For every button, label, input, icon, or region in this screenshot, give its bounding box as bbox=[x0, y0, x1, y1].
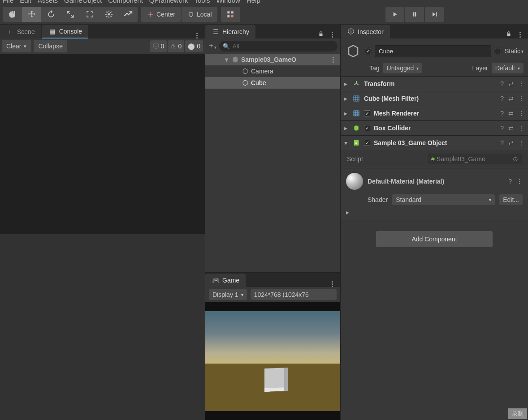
component-header[interactable]: ▸ Cube (Mesh Filter) ?⇄⋮ bbox=[341, 91, 528, 106]
renderer-icon bbox=[352, 109, 360, 117]
space-label: Local bbox=[197, 11, 212, 18]
scale-tool[interactable] bbox=[61, 7, 80, 22]
menu-icon[interactable]: ⋮ bbox=[518, 124, 524, 132]
fold-icon[interactable]: ▸ bbox=[344, 95, 349, 102]
fold-icon[interactable]: ▸ bbox=[344, 124, 349, 132]
rect-tool[interactable] bbox=[80, 7, 99, 22]
tree-item-cube[interactable]: Cube bbox=[205, 77, 340, 89]
preset-icon[interactable]: ⇄ bbox=[508, 110, 514, 117]
shader-dropdown[interactable]: Standard▾ bbox=[392, 194, 495, 205]
component-enabled-checkbox[interactable] bbox=[364, 125, 370, 131]
menu-window[interactable]: Window bbox=[216, 0, 240, 4]
step-button[interactable] bbox=[425, 7, 444, 22]
menu-assets[interactable]: Assets bbox=[38, 0, 58, 4]
console-clear[interactable]: Clear bbox=[2, 40, 31, 52]
console-warn-count[interactable]: ⚠0 bbox=[168, 40, 184, 52]
fold-icon[interactable]: ▸ bbox=[344, 110, 349, 117]
menu-icon[interactable]: ⋮ bbox=[518, 139, 524, 146]
help-icon[interactable]: ? bbox=[500, 110, 504, 117]
console-collapse[interactable]: Collapse bbox=[34, 40, 67, 52]
help-icon[interactable]: ? bbox=[500, 95, 504, 102]
menu-file[interactable]: File bbox=[3, 0, 13, 4]
preset-icon[interactable]: ⇄ bbox=[508, 95, 514, 102]
hand-tool[interactable] bbox=[3, 7, 22, 22]
pivot-toggle[interactable]: Center bbox=[141, 7, 181, 22]
static-checkbox[interactable] bbox=[495, 48, 501, 54]
display-dropdown[interactable]: Display 1▾ bbox=[209, 289, 247, 300]
game-context-menu[interactable] bbox=[328, 281, 337, 287]
preset-icon[interactable]: ⇄ bbox=[508, 139, 514, 146]
menu-icon[interactable]: ⋮ bbox=[518, 80, 524, 87]
scene-menu[interactable] bbox=[329, 57, 338, 63]
console-context-menu[interactable] bbox=[192, 33, 201, 39]
edit-button[interactable]: Edit... bbox=[499, 194, 523, 205]
tab-game[interactable]: 🎮 Game bbox=[205, 274, 246, 287]
layer-dropdown[interactable]: Default▾ bbox=[492, 63, 524, 73]
preset-icon[interactable]: ⇄ bbox=[508, 80, 514, 87]
transform-tool[interactable] bbox=[99, 7, 118, 22]
preset-icon[interactable]: ⇄ bbox=[508, 124, 514, 132]
menu-qframework[interactable]: QFramework bbox=[149, 0, 188, 4]
fold-icon[interactable]: ▾ bbox=[344, 139, 349, 146]
lock-icon[interactable] bbox=[318, 31, 324, 39]
object-name-input[interactable] bbox=[375, 45, 491, 57]
active-checkbox[interactable] bbox=[365, 48, 371, 54]
game-pane: 🎮 Game Display 1▾ 1024*768 (1024x76 bbox=[205, 272, 340, 420]
console-info-count[interactable]: ⓘ0 bbox=[150, 40, 167, 52]
custom-tool[interactable] bbox=[118, 7, 138, 22]
component-enabled-checkbox[interactable] bbox=[364, 110, 370, 116]
component-script: ▾ # Sample 03_Game Object ?⇄⋮ Script # S… bbox=[341, 135, 528, 168]
component-header[interactable]: ▸ Box Collider ?⇄⋮ bbox=[341, 121, 528, 135]
right-pane: ⓘ Inspector Static▾ Tag Untagged▾ bbox=[341, 24, 528, 420]
play-button[interactable] bbox=[385, 7, 404, 22]
move-tool[interactable] bbox=[22, 7, 41, 22]
menu-icon[interactable]: ⋮ bbox=[516, 178, 523, 185]
material-fold[interactable]: ▸ bbox=[346, 209, 349, 216]
inspector-context-menu[interactable] bbox=[515, 32, 524, 38]
fold-icon[interactable]: ▾ bbox=[223, 56, 229, 63]
help-icon[interactable]: ? bbox=[500, 139, 504, 146]
lock-icon[interactable] bbox=[506, 31, 512, 39]
scene-row[interactable]: ▾ Sample03_GameO bbox=[205, 54, 340, 65]
pivot-label: Center bbox=[156, 11, 175, 18]
menu-component[interactable]: Component bbox=[108, 0, 143, 4]
hierarchy-tree: ▾ Sample03_GameO Camera Cube bbox=[205, 54, 340, 272]
menu-help[interactable]: Help bbox=[247, 0, 260, 4]
object-picker-icon[interactable]: ⊙ bbox=[513, 155, 518, 163]
tab-hierarchy[interactable]: ☰ Hierarchy bbox=[205, 25, 255, 39]
hierarchy-context-menu[interactable] bbox=[328, 32, 337, 38]
resolution-dropdown[interactable]: 1024*768 (1024x76 bbox=[251, 289, 337, 300]
pause-button[interactable] bbox=[405, 7, 424, 22]
menu-gameobject[interactable]: GameObject bbox=[64, 0, 102, 4]
console-error-count[interactable]: ⬤0 bbox=[185, 40, 203, 52]
grid-snap-toggle[interactable] bbox=[221, 7, 240, 22]
svg-point-0 bbox=[108, 13, 110, 15]
fold-icon[interactable]: ▸ bbox=[344, 80, 349, 87]
component-enabled-checkbox[interactable] bbox=[364, 140, 370, 146]
toolbar: Center Local bbox=[0, 4, 528, 24]
tree-item-camera[interactable]: Camera bbox=[205, 65, 340, 77]
component-header[interactable]: ▸ Transform ?⇄⋮ bbox=[341, 77, 528, 91]
component-header[interactable]: ▸ Mesh Renderer ?⇄⋮ bbox=[341, 106, 528, 120]
menu-icon[interactable]: ⋮ bbox=[518, 110, 524, 117]
tab-inspector[interactable]: ⓘ Inspector bbox=[341, 25, 390, 39]
menu-icon[interactable]: ⋮ bbox=[518, 95, 524, 102]
menu-tools[interactable]: Tools bbox=[195, 0, 210, 4]
tab-scene[interactable]: ⌗ Scene bbox=[0, 25, 41, 39]
tab-console[interactable]: ▤ Console bbox=[42, 25, 88, 39]
menu-edit[interactable]: Edit bbox=[20, 0, 31, 4]
add-component-button[interactable]: Add Component bbox=[376, 231, 493, 247]
rotate-tool[interactable] bbox=[41, 7, 61, 22]
static-label[interactable]: Static▾ bbox=[505, 47, 524, 55]
help-icon[interactable]: ? bbox=[500, 124, 504, 132]
script-field[interactable]: # Sample03_Game ⊙ bbox=[428, 154, 522, 164]
help-icon[interactable]: ? bbox=[508, 178, 512, 185]
tag-dropdown[interactable]: Untagged▾ bbox=[383, 63, 423, 73]
component-header[interactable]: ▾ # Sample 03_Game Object ?⇄⋮ bbox=[341, 136, 528, 150]
space-toggle[interactable]: Local bbox=[182, 7, 217, 22]
hierarchy-search[interactable]: 🔍 bbox=[219, 41, 338, 51]
help-icon[interactable]: ? bbox=[500, 80, 504, 87]
hierarchy-add[interactable]: ▾ bbox=[208, 43, 216, 50]
cube-icon bbox=[241, 67, 249, 75]
hierarchy-search-input[interactable] bbox=[233, 43, 334, 50]
